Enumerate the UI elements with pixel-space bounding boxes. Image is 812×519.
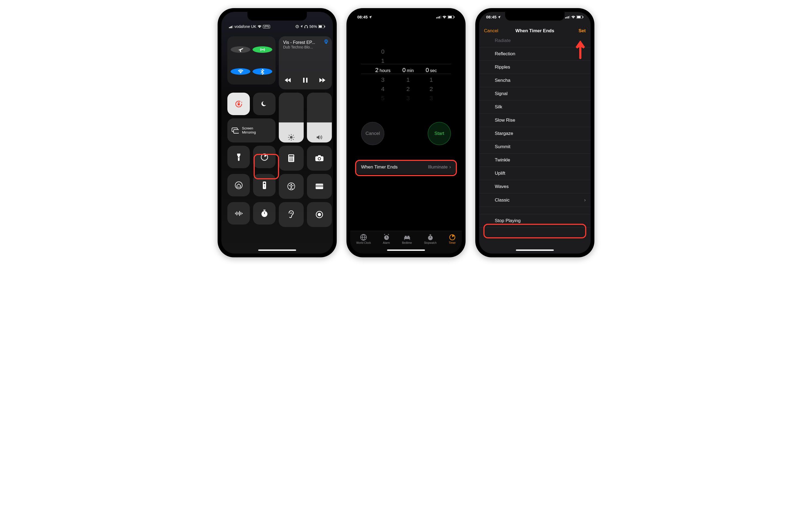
accessibility-button[interactable]	[279, 174, 304, 199]
timer-button[interactable]	[253, 146, 276, 168]
svg-point-65	[318, 213, 321, 216]
seconds-column[interactable]: 0sec 123	[426, 47, 437, 103]
media-title: Vis - Forest EP...	[283, 40, 327, 45]
tab-world-clock[interactable]: World Clock	[356, 234, 371, 244]
audio-recognition-button[interactable]	[227, 202, 250, 224]
cellular-toggle[interactable]	[253, 46, 272, 53]
minutes-column[interactable]: 0min 123	[403, 47, 414, 103]
pause-button[interactable]	[303, 78, 308, 84]
list-item[interactable]: Silk	[479, 101, 590, 114]
flashlight-button[interactable]	[227, 146, 250, 168]
notch	[248, 12, 307, 21]
svg-rect-94	[577, 16, 581, 18]
timer-sound-screen: 08:45 Cancel When Timer Ends Set Radiate…	[479, 12, 590, 253]
list-item[interactable]: Summit	[479, 140, 590, 154]
home-button[interactable]	[227, 174, 250, 196]
start-button[interactable]: Start	[428, 122, 451, 145]
hearing-button[interactable]	[279, 202, 304, 227]
list-item[interactable]: Waves	[479, 180, 590, 193]
wte-value: Illuminate	[428, 164, 448, 170]
home-indicator[interactable]	[258, 249, 296, 251]
list-item-stop-playing[interactable]: Stop Playing	[479, 214, 590, 227]
svg-rect-89	[565, 17, 566, 19]
duration-picker[interactable]: 01 2hours 345 0min 123 0sec 123	[350, 47, 462, 103]
svg-rect-14	[306, 78, 308, 83]
list-item[interactable]: Ripples	[479, 61, 590, 74]
wifi-icon	[442, 16, 446, 19]
list-item[interactable]: Sencha	[479, 74, 590, 87]
svg-point-34	[292, 157, 293, 159]
list-item[interactable]: Signal	[479, 87, 590, 101]
battery-icon	[577, 16, 584, 19]
tab-alarm[interactable]: Alarm	[383, 234, 390, 244]
media-subtitle: Dub Techno Blo...	[283, 45, 327, 49]
svg-point-43	[319, 158, 320, 160]
clock-time: 08:45	[486, 15, 496, 19]
list-item[interactable]: Slow Rise	[479, 114, 590, 127]
camera-button[interactable]	[307, 146, 332, 171]
sound-list[interactable]: Radiate Reflection Ripples Sencha Signal…	[479, 36, 590, 253]
forward-button[interactable]	[319, 78, 326, 84]
airplane-toggle[interactable]	[231, 46, 250, 53]
svg-point-39	[291, 160, 292, 161]
svg-rect-67	[438, 17, 438, 19]
tab-bedtime[interactable]: Bedtime	[402, 234, 412, 244]
brightness-slider[interactable]	[279, 93, 304, 142]
stopwatch-button[interactable]	[253, 202, 276, 224]
arrow-to-set-icon	[567, 39, 586, 61]
svg-line-25	[293, 135, 294, 136]
cancel-button[interactable]: Cancel	[361, 122, 384, 145]
svg-rect-68	[439, 16, 440, 19]
rewind-button[interactable]	[285, 78, 291, 84]
svg-rect-91	[568, 16, 569, 19]
remote-button[interactable]	[253, 174, 276, 196]
wifi-icon	[571, 16, 575, 19]
svg-point-46	[264, 183, 265, 184]
screen-record-button[interactable]	[307, 202, 332, 227]
mirroring-label: Screen Mirroring	[242, 127, 256, 135]
svg-rect-31	[289, 155, 293, 157]
svg-point-12	[325, 40, 327, 42]
airplay-icon[interactable]	[324, 39, 328, 45]
svg-point-36	[291, 159, 292, 160]
cancel-button[interactable]: Cancel	[484, 28, 515, 34]
phone-2: 08:45 01 2hours 345 0min 123 0sec 12	[346, 8, 466, 257]
wallet-button[interactable]	[307, 174, 332, 199]
list-item[interactable]: Stargaze	[479, 127, 590, 140]
svg-point-47	[264, 185, 264, 186]
svg-line-76	[388, 234, 389, 235]
orientation-lock-toggle[interactable]	[227, 93, 250, 115]
wte-label: When Timer Ends	[361, 164, 398, 170]
svg-rect-16	[238, 104, 240, 105]
control-center-screen: vodafone UK VPN 56% Vis - Forest EP... D…	[222, 12, 333, 253]
set-button[interactable]: Set	[554, 28, 586, 34]
home-indicator[interactable]	[516, 249, 554, 251]
home-indicator[interactable]	[387, 249, 425, 251]
mirroring-icon	[232, 128, 239, 134]
svg-point-33	[291, 157, 292, 159]
list-item[interactable]: Uplift	[479, 167, 590, 180]
control-center-grid: Vis - Forest EP... Dub Techno Blo... Scr…	[222, 12, 333, 215]
svg-point-32	[289, 157, 290, 159]
svg-point-37	[292, 159, 293, 160]
tab-stopwatch[interactable]: Stopwatch	[424, 234, 437, 244]
list-item-classic[interactable]: Classic›	[479, 193, 590, 207]
svg-rect-72	[454, 16, 455, 18]
svg-rect-81	[409, 239, 410, 240]
svg-rect-61	[263, 210, 265, 211]
do-not-disturb-toggle[interactable]	[253, 93, 276, 115]
calculator-button[interactable]	[279, 146, 304, 171]
when-timer-ends-button[interactable]: When Timer Ends Illuminate›	[356, 160, 456, 174]
location-icon	[369, 16, 372, 19]
hours-column[interactable]: 01 2hours 345	[375, 47, 390, 103]
svg-rect-90	[567, 17, 567, 19]
bluetooth-toggle[interactable]	[253, 68, 272, 75]
list-item[interactable]: Twinkle	[479, 154, 590, 167]
wifi-toggle[interactable]	[231, 68, 250, 75]
svg-rect-83	[407, 236, 409, 237]
tab-timer[interactable]: Timer	[449, 234, 456, 244]
phone-3: 08:45 Cancel When Timer Ends Set Radiate…	[475, 8, 594, 257]
volume-slider[interactable]	[307, 93, 332, 142]
now-playing-panel[interactable]: Vis - Forest EP... Dub Techno Blo...	[279, 36, 332, 89]
screen-mirroring-button[interactable]: Screen Mirroring	[227, 118, 276, 142]
